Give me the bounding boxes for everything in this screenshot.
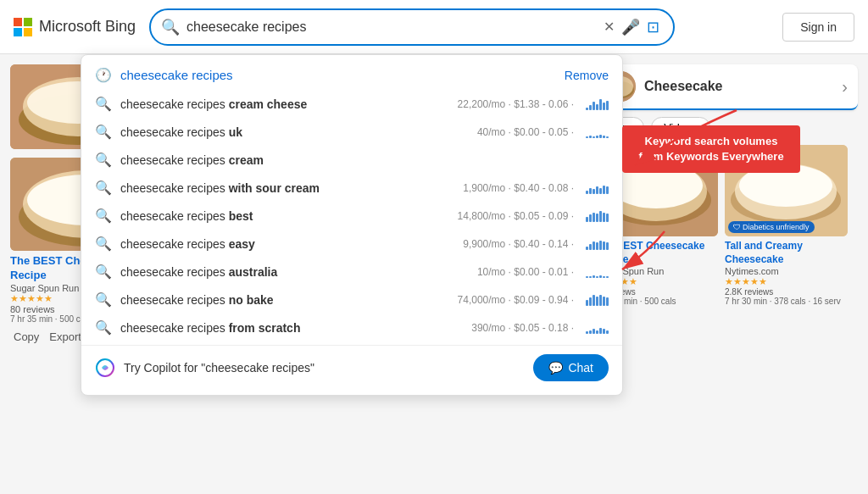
mini-chart-8 — [586, 322, 609, 334]
bing-logo: Microsoft Bing — [14, 18, 136, 36]
autocomplete-top-left: 🕐 cheesecake recipes — [95, 67, 233, 83]
copy-button[interactable]: Copy — [14, 330, 39, 343]
autocomplete-item-text: cheesecake recipes easy — [120, 237, 449, 251]
logo-sq1 — [14, 18, 22, 26]
bing-logo-icon — [14, 18, 32, 36]
bar — [586, 217, 588, 222]
autocomplete-item-text: cheesecake recipes with sour cream — [120, 181, 449, 195]
logo-sq4 — [24, 28, 32, 36]
search-icon: 🔍 — [95, 152, 112, 168]
bar — [596, 136, 598, 138]
annotation-text: Keyword search volumes from Keywords Eve… — [638, 135, 783, 163]
search-icon: 🔍 — [95, 180, 112, 196]
bar — [586, 276, 588, 278]
bar — [593, 189, 595, 194]
keyword-stats-5: 9,900/mo · $0.40 - 0.14 · — [463, 238, 574, 250]
bar — [599, 99, 602, 110]
sign-in-button[interactable]: Sign in — [782, 13, 854, 42]
bar — [586, 136, 588, 138]
keyword-annotation-box: Keyword search volumes from Keywords Eve… — [622, 125, 800, 173]
bar — [586, 247, 588, 250]
autocomplete-item-text: cheesecake recipes australia — [120, 265, 464, 279]
search-box-wrapper: 🔍 ✕ 🎤 ⊡ — [149, 8, 675, 46]
keyword-stats-7: 74,000/mo · $0.09 - 0.94 · — [458, 294, 574, 306]
autocomplete-item-1[interactable]: 🔍 cheesecake recipes uk 40/mo · $0.00 - … — [81, 118, 622, 146]
bar — [603, 136, 605, 138]
bar — [596, 214, 598, 222]
entity-name: Cheesecake — [644, 79, 723, 94]
keyword-stats-4: 14,800/mo · $0.05 - 0.09 · — [458, 210, 574, 222]
keyword-stats-3: 1,900/mo · $0.40 - 0.08 · — [463, 182, 574, 194]
mini-chart-1 — [586, 126, 609, 138]
autocomplete-item-text: cheesecake recipes cream cheese — [120, 97, 444, 111]
right-card-2-meta: 7 hr 30 min · 378 cals · 16 serv — [725, 297, 848, 306]
autocomplete-item-5[interactable]: 🔍 cheesecake recipes easy 9,900/mo · $0.… — [81, 230, 622, 258]
export-button[interactable]: Export — [49, 330, 81, 343]
autocomplete-dropdown: 🕐 cheesecake recipes Remove 🔍 cheesecake… — [81, 54, 623, 396]
autocomplete-remove-button[interactable]: Remove — [565, 69, 609, 82]
keyword-stats-0: 22,200/mo · $1.38 - 0.06 · — [458, 98, 574, 110]
bar — [589, 330, 592, 334]
bar — [586, 300, 588, 306]
autocomplete-history-text: cheesecake recipes — [120, 68, 233, 82]
autocomplete-item-text: cheesecake recipes best — [120, 209, 444, 223]
search-icon: 🔍 — [95, 124, 112, 140]
copilot-icon — [95, 358, 115, 378]
autocomplete-item-6[interactable]: 🔍 cheesecake recipes australia 10/mo · $… — [81, 258, 622, 286]
keyword-stats-6: 10/mo · $0.00 - 0.01 · — [477, 266, 574, 278]
autocomplete-item-4[interactable]: 🔍 cheesecake recipes best 14,800/mo · $0… — [81, 202, 622, 230]
bar — [603, 276, 605, 278]
bar — [596, 297, 598, 306]
bar — [603, 103, 605, 110]
bar — [589, 244, 592, 250]
mini-chart-6 — [586, 266, 609, 278]
bar — [593, 329, 595, 334]
autocomplete-item-3[interactable]: 🔍 cheesecake recipes with sour cream 1,9… — [81, 174, 622, 202]
search-clear-button[interactable]: ✕ — [600, 15, 618, 38]
bar — [603, 297, 605, 306]
bar — [596, 104, 598, 110]
bar — [589, 188, 592, 194]
bar — [593, 241, 595, 250]
autocomplete-history-row[interactable]: 🕐 cheesecake recipes Remove — [81, 60, 622, 90]
top-bar: Microsoft Bing 🔍 ✕ 🎤 ⊡ Sign in — [0, 0, 868, 54]
copilot-left: Try Copilot for "cheesecake recipes" — [95, 358, 314, 378]
bar — [606, 101, 609, 110]
badge-text: Diabetics unfriendly — [743, 223, 810, 231]
bar — [599, 328, 602, 334]
search-visual-button[interactable]: ⊡ — [643, 14, 663, 40]
bar — [606, 330, 609, 334]
bar — [599, 135, 602, 138]
bar — [593, 295, 595, 306]
bar — [599, 211, 602, 222]
search-icon: 🔍 — [95, 264, 112, 280]
autocomplete-item-8[interactable]: 🔍 cheesecake recipes from scratch 390/mo… — [81, 314, 622, 341]
search-input[interactable] — [186, 19, 600, 35]
bar — [589, 105, 592, 110]
keyword-stats-1: 40/mo · $0.00 - 0.05 · — [477, 126, 574, 138]
keyword-stats-8: 390/mo · $0.05 - 0.18 · — [471, 322, 574, 334]
search-icon: 🔍 — [95, 319, 112, 336]
bar — [586, 191, 588, 194]
logo-sq3 — [14, 28, 22, 36]
history-icon: 🕐 — [95, 67, 112, 83]
search-icon: 🔍 — [95, 236, 112, 252]
mini-chart-0 — [586, 98, 609, 110]
right-card-2-source: Nytimes.com — [725, 266, 848, 276]
autocomplete-item-2[interactable]: 🔍 cheesecake recipes cream — [81, 146, 622, 174]
autocomplete-item-text: cheesecake recipes no bake — [120, 293, 444, 307]
chevron-right-icon[interactable]: › — [842, 77, 848, 97]
bar — [603, 241, 605, 250]
bar — [596, 242, 598, 250]
search-mic-button[interactable]: 🎤 — [618, 14, 643, 40]
autocomplete-item-text: cheesecake recipes cream — [120, 153, 609, 167]
bar — [593, 275, 595, 278]
autocomplete-item-7[interactable]: 🔍 cheesecake recipes no bake 74,000/mo ·… — [81, 286, 622, 314]
search-icon-left: 🔍 — [161, 18, 180, 36]
autocomplete-item-0[interactable]: 🔍 cheesecake recipes cream cheese 22,200… — [81, 90, 622, 118]
chat-button[interactable]: 💬 Chat — [533, 354, 609, 381]
copilot-section: Try Copilot for "cheesecake recipes" 💬 C… — [81, 345, 622, 390]
bar — [596, 330, 598, 334]
bar — [593, 213, 595, 222]
bar — [603, 213, 605, 222]
